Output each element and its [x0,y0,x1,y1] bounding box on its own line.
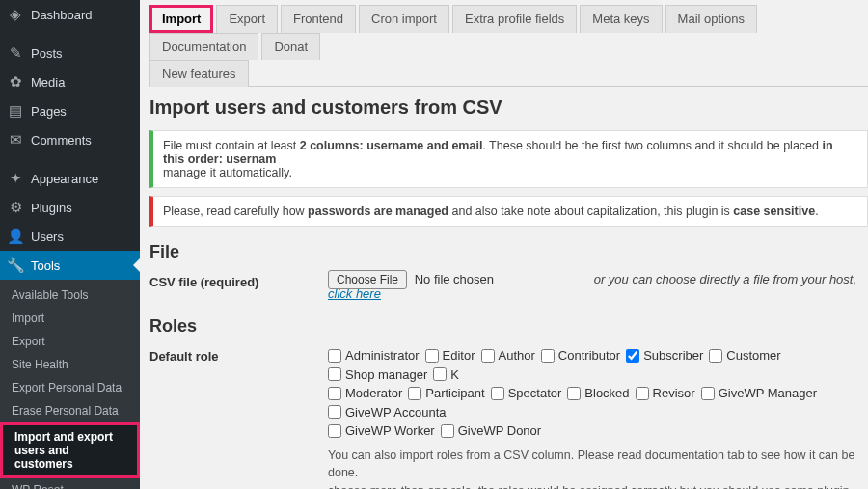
role-label: Participant [425,386,484,400]
role-checkbox[interactable] [328,405,341,419]
role-label: Shop manager [345,367,427,382]
sidebar-item-plugins[interactable]: ⚙ Plugins [0,193,140,222]
roles-row: Default role AdministratorEditorAuthorCo… [149,346,868,441]
sidebar-item-users[interactable]: 👤 Users [0,222,140,251]
sidebar-item-media[interactable]: ✿ Media [0,68,140,96]
role-option-shop-manager[interactable]: Shop manager [328,367,427,382]
role-checkbox[interactable] [636,387,649,400]
role-checkbox[interactable] [328,349,341,363]
tab-extra-profile-fields[interactable]: Extra profile fields [452,5,577,33]
tab-import[interactable]: Import [149,5,213,33]
role-checkbox[interactable] [328,367,341,381]
role-option-givewp-donor[interactable]: GiveWP Donor [441,423,541,438]
file-status-text: No file chosen [415,272,494,286]
roles-options: AdministratorEditorAuthorContributorSubs… [328,346,868,441]
notice-columns: File must contain at least 2 columns: us… [149,130,868,188]
sidebar-item-label: Appearance [31,172,98,186]
sidebar-item-pages[interactable]: ▤ Pages [0,96,140,125]
role-option-author[interactable]: Author [481,348,535,363]
help-text-line: You can also import roles from a CSV col… [328,448,854,480]
role-option-revisor[interactable]: Revisor [636,386,695,400]
role-label: GiveWP Donor [458,423,541,438]
roles-help-text: You can also import roles from a CSV col… [328,447,868,490]
tab-meta-keys[interactable]: Meta keys [580,5,662,33]
role-label: Spectator [508,386,562,400]
notice-text: . [815,204,818,218]
tab-new-features[interactable]: New features [149,60,249,87]
role-checkbox[interactable] [709,349,722,363]
role-option-administrator[interactable]: Administrator [328,348,420,363]
tab-export[interactable]: Export [216,5,278,33]
role-option-givewp-worker[interactable]: GiveWP Worker [328,423,435,438]
role-option-editor[interactable]: Editor [425,348,475,363]
role-checkbox[interactable] [328,424,341,438]
role-label: Contributor [558,348,620,363]
role-option-k[interactable]: K [433,367,459,382]
notice-bold: 2 columns: username and email [300,139,483,152]
sub-erase-personal-data[interactable]: Erase Personal Data [0,399,140,422]
role-option-givewp-manager[interactable]: GiveWP Manager [701,386,817,400]
click-here-link[interactable]: click here [328,286,381,301]
role-checkbox[interactable] [408,387,421,400]
role-checkbox[interactable] [541,349,555,363]
role-checkbox[interactable] [433,367,447,381]
sub-export[interactable]: Export [0,330,140,353]
sub-wp-reset[interactable]: WP Reset [0,478,140,489]
sidebar-item-label: Comments [31,133,92,148]
role-checkbox[interactable] [425,349,439,363]
sub-available-tools[interactable]: Available Tools [0,284,140,307]
role-option-spectator[interactable]: Spectator [491,386,562,400]
sidebar-item-tools[interactable]: 🔧 Tools [0,251,140,280]
file-row: CSV file (required) Choose File No file … [149,272,868,301]
role-checkbox[interactable] [626,349,639,363]
role-label: GiveWP Worker [345,423,435,438]
role-option-givewp-accounta[interactable]: GiveWP Accounta [328,405,447,420]
sidebar-item-label: Plugins [31,201,72,215]
pages-icon: ▤ [6,102,25,120]
role-option-subscriber[interactable]: Subscriber [626,348,703,363]
role-label: Blocked [584,386,629,400]
notice-passwords: Please, read carefully how passwords are… [149,196,868,227]
role-checkbox[interactable] [567,387,581,400]
tab-donate[interactable]: Donat [261,33,320,60]
section-file-heading: File [149,242,868,262]
sidebar-submenu: Available Tools Import Export Site Healt… [0,280,140,489]
tab-mail-options[interactable]: Mail options [665,5,757,33]
sub-import-export-users-customers[interactable]: Import and export users and customers [0,422,140,478]
sub-import[interactable]: Import [0,307,140,330]
sub-site-health[interactable]: Site Health [0,353,140,376]
role-checkbox[interactable] [328,387,341,400]
role-checkbox[interactable] [701,387,715,400]
page-title: Import users and customers from CSV [149,96,868,119]
role-option-blocked[interactable]: Blocked [567,386,629,400]
sidebar-item-comments[interactable]: ✉ Comments [0,125,140,154]
sidebar-item-dashboard[interactable]: ◈ Dashboard [0,0,140,29]
main-content: Import Export Frontend Cron import Extra… [140,0,868,489]
role-option-customer[interactable]: Customer [709,348,780,363]
tab-cron-import[interactable]: Cron import [359,5,449,33]
role-label: Author [499,348,535,363]
sidebar-item-appearance[interactable]: ✦ Appearance [0,164,140,193]
tab-frontend[interactable]: Frontend [281,5,356,33]
appearance-icon: ✦ [6,170,25,187]
sidebar-item-label: Posts [31,46,63,61]
csv-file-label: CSV file (required) [149,272,328,289]
users-icon: 👤 [6,228,25,245]
admin-sidebar: ◈ Dashboard ✎ Posts ✿ Media ▤ Pages ✉ Co… [0,0,140,489]
tab-documentation[interactable]: Documentation [149,33,258,60]
role-option-participant[interactable]: Participant [408,386,484,400]
role-checkbox[interactable] [481,349,495,363]
role-label: Subscriber [643,348,703,363]
role-checkbox[interactable] [491,387,504,400]
role-option-contributor[interactable]: Contributor [541,348,620,363]
role-option-moderator[interactable]: Moderator [328,386,402,400]
sidebar-item-posts[interactable]: ✎ Posts [0,39,140,68]
plugins-icon: ⚙ [6,199,25,216]
sidebar-item-label: Media [31,75,65,90]
sub-export-personal-data[interactable]: Export Personal Data [0,376,140,399]
sidebar-item-label: Users [31,230,64,244]
tab-bar: Import Export Frontend Cron import Extra… [149,4,868,87]
notice-text: manage it automatically. [163,166,292,179]
role-checkbox[interactable] [441,424,454,438]
notice-text: . These should be the first two columns … [482,139,822,152]
